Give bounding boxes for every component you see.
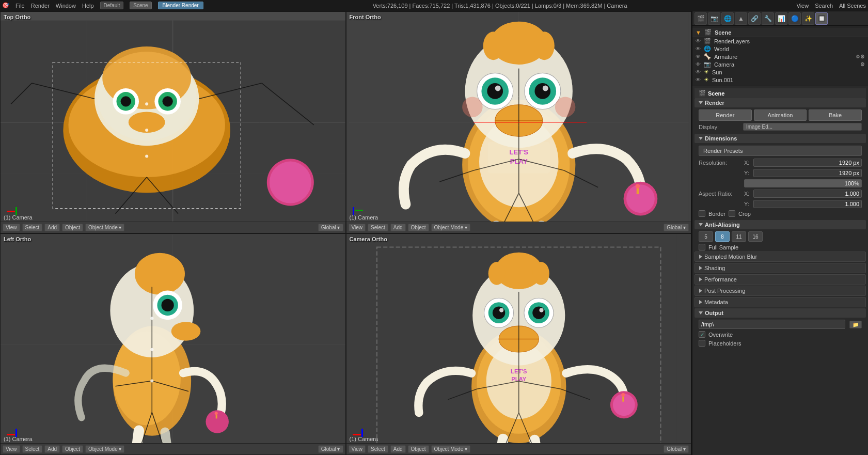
display-dropdown[interactable]: Image Ed... [743, 123, 862, 131]
res-y-row: Y: 1920 px [695, 168, 866, 178]
vt-global-2[interactable]: Global ▾ [664, 224, 689, 231]
menu-help[interactable]: Help [82, 3, 94, 9]
eye-armature[interactable]: 👁 [696, 54, 701, 59]
res-y-label: Y: [744, 170, 749, 176]
eye-sun[interactable]: 👁 [696, 69, 701, 75]
res-percent-value[interactable]: 100% [744, 179, 862, 187]
pi-data[interactable]: 📊 [775, 12, 787, 25]
sampled-motion-blur-section[interactable]: Sampled Motion Blur [695, 252, 866, 262]
outliner-item-sun[interactable]: 👁 ☀ Sun [692, 68, 868, 76]
vt-select-2[interactable]: Select [368, 224, 388, 231]
output-browse-btn[interactable]: 📁 [849, 321, 862, 328]
post-processing-section[interactable]: Post Processing [695, 286, 866, 296]
aa-sample-8[interactable]: 8 [715, 231, 730, 242]
svg-point-119 [621, 393, 625, 396]
render-engine[interactable]: Blender Render [158, 2, 203, 9]
vt-mode-1[interactable]: Object Mode ▾ [85, 224, 124, 231]
view-label[interactable]: View [797, 3, 809, 9]
menu-window[interactable]: Window [56, 3, 76, 9]
viewport-left-ortho[interactable]: Left Ortho [0, 233, 346, 456]
eye-world[interactable]: 👁 [696, 46, 701, 52]
outliner-item-world[interactable]: 👁 🌐 World [692, 45, 868, 53]
vt-add-2[interactable]: Add [390, 224, 406, 231]
vt-object-1[interactable]: Object [62, 224, 83, 231]
viewport-camera-ortho[interactable]: Camera Ortho LET'S PLAY [346, 233, 692, 456]
aspect-x-value[interactable]: 1.000 [753, 190, 862, 198]
performance-section[interactable]: Performance [695, 274, 866, 285]
full-sample-checkbox[interactable] [699, 244, 705, 250]
layout-dropdown[interactable]: Default [100, 2, 124, 9]
aa-sample-11[interactable]: 11 [732, 231, 746, 242]
menu-render[interactable]: Render [31, 3, 50, 9]
vt-mode-4[interactable]: Object Mode ▾ [431, 445, 470, 453]
res-y-value[interactable]: 1920 px [753, 169, 862, 177]
menu-file[interactable]: File [15, 3, 25, 9]
outliner-item-sun001[interactable]: 👁 ☀ Sun.001 [692, 76, 868, 84]
vt-view-4[interactable]: View [349, 445, 366, 453]
vt-select-4[interactable]: Select [368, 445, 388, 453]
res-x-value[interactable]: 1920 px [753, 159, 862, 167]
scene-name[interactable]: Scene [130, 2, 151, 9]
vt-add-1[interactable]: Add [44, 224, 60, 231]
vt-mode-2[interactable]: Object Mode ▾ [431, 224, 470, 231]
vt-add-4[interactable]: Add [390, 445, 406, 453]
vt-add-3[interactable]: Add [44, 445, 60, 453]
render-presets-btn[interactable]: Render Presets [699, 146, 862, 156]
full-sample-label: Full Sample [708, 244, 738, 250]
outliner-item-camera[interactable]: 👁 📷 Camera ⚙ [692, 60, 868, 68]
border-checkbox[interactable] [699, 210, 705, 217]
eye-renderlayers[interactable]: 👁 [696, 38, 701, 44]
outliner-item-armature[interactable]: 👁 🦴 Armature ⚙⚙ [692, 53, 868, 60]
all-scenes-label[interactable]: All Scenes [839, 3, 866, 9]
pi-world[interactable]: 🌐 [721, 12, 734, 25]
pi-constraints[interactable]: 🔗 [748, 12, 761, 25]
render-section-label: Render [705, 100, 724, 106]
eye-sun001[interactable]: 👁 [696, 77, 701, 83]
aa-sample-5[interactable]: 5 [699, 231, 713, 242]
search-label[interactable]: Search [815, 3, 833, 9]
pi-object[interactable]: ▲ [735, 12, 747, 25]
shading-section[interactable]: Shading [695, 263, 866, 273]
crop-checkbox[interactable] [729, 210, 735, 217]
vt-view-2[interactable]: View [349, 224, 366, 231]
pi-render[interactable]: 🎬 [695, 12, 707, 25]
vt-global-1[interactable]: Global ▾ [318, 224, 343, 231]
dimensions-header[interactable]: Dimensions [695, 134, 866, 143]
vt-object-2[interactable]: Object [408, 224, 429, 231]
viewport-front-ortho[interactable]: Front Ortho LET'S PLAY [346, 11, 692, 233]
pi-material[interactable]: 🔵 [788, 12, 801, 25]
placeholders-checkbox[interactable] [699, 340, 705, 347]
vt-object-4[interactable]: Object [408, 445, 429, 453]
vt-view-3[interactable]: View [3, 445, 20, 453]
output-path-value[interactable]: /tmp\ [699, 320, 845, 329]
aspect-y-value[interactable]: 1.000 [753, 200, 862, 208]
svg-point-84 [215, 412, 218, 415]
render-button[interactable]: Render [699, 109, 752, 121]
vt-object-3[interactable]: Object [62, 445, 83, 453]
aspect-label: Aspect Ratio: [699, 191, 740, 197]
eye-camera[interactable]: 👁 [696, 61, 701, 67]
aa-header[interactable]: Anti-Aliasing [695, 220, 866, 229]
svg-point-95 [150, 379, 153, 382]
pi-scene[interactable]: 📷 [708, 12, 720, 25]
pi-physics[interactable]: 🔲 [815, 12, 828, 25]
vt-view-1[interactable]: View [3, 224, 20, 231]
render-section-header[interactable]: Render [695, 98, 866, 107]
pi-modifiers[interactable]: 🔧 [762, 12, 774, 25]
aa-sample-16[interactable]: 16 [748, 231, 763, 242]
metadata-section[interactable]: Metadata [695, 297, 866, 307]
outliner-item-renderlayers[interactable]: 👁 🎬 RenderLayers [692, 37, 868, 45]
render-section: Render Render Animation Bake Display: Im… [695, 98, 866, 348]
vt-select-3[interactable]: Select [22, 445, 43, 453]
overwrite-checkbox[interactable] [699, 331, 705, 338]
pi-particles[interactable]: ✨ [802, 12, 814, 25]
vt-mode-3[interactable]: Object Mode ▾ [85, 445, 124, 453]
viewport-top-ortho[interactable]: Top Ortho [0, 11, 346, 233]
vt-global-3[interactable]: Global ▾ [318, 445, 343, 453]
vt-global-4[interactable]: Global ▾ [664, 445, 689, 453]
bake-button[interactable]: Bake [809, 109, 862, 121]
output-header[interactable]: Output [695, 308, 866, 318]
vt-select-1[interactable]: Select [22, 224, 43, 231]
animation-button[interactable]: Animation [754, 109, 807, 121]
svg-point-43 [534, 32, 554, 60]
